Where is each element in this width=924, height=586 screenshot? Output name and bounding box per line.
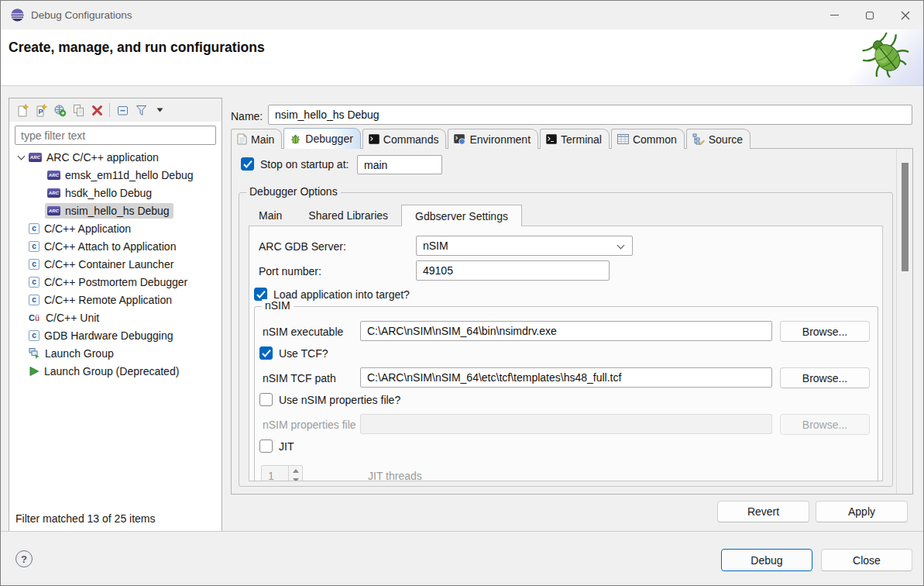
- green-play-icon: [29, 366, 40, 377]
- title-bar: Debug Configurations: [1, 1, 923, 29]
- tree-item-hsdk-debug[interactable]: ARC hsdk_hello Debug: [9, 184, 222, 202]
- tab-common[interactable]: Common: [611, 129, 685, 149]
- check-icon: [256, 290, 266, 299]
- close-icon: [901, 11, 910, 20]
- tree-item-label: Launch Group: [45, 347, 114, 360]
- tree-item-cpp-application[interactable]: c C/C++ Application: [9, 219, 222, 237]
- tab-debugger[interactable]: Debugger: [283, 128, 361, 149]
- nsim-executable-input[interactable]: [360, 321, 772, 341]
- stop-on-startup-input[interactable]: [357, 155, 442, 174]
- expander-chevron-icon[interactable]: [15, 156, 26, 159]
- tree-item-cpp-remote[interactable]: c C/C++ Remote Application: [9, 291, 222, 309]
- close-dialog-button[interactable]: Close: [821, 549, 912, 571]
- gdb-server-combo[interactable]: nSIM: [416, 236, 633, 256]
- chevron-down-icon: [617, 242, 625, 250]
- tree-item-cpp-unit[interactable]: Cü C/C++ Unit: [9, 309, 222, 326]
- apply-button[interactable]: Apply: [816, 501, 908, 522]
- export-configurations-button[interactable]: [50, 101, 69, 119]
- nsim-group: nSIM nSIM executable Browse... Use TCF? …: [254, 306, 878, 481]
- banner-art: [849, 29, 923, 85]
- arrow-down-icon: [293, 478, 299, 481]
- tab-label: Commands: [383, 133, 439, 146]
- tree-item-launch-group-deprecated[interactable]: Launch Group (Deprecated): [9, 362, 222, 380]
- subtab-label: Shared Libraries: [308, 209, 388, 222]
- nsim-tcf-path-input[interactable]: [360, 367, 772, 388]
- minimize-icon: [830, 15, 839, 16]
- nsim-tcf-path-label: nSIM TCF path: [263, 372, 336, 384]
- spinner-down-button[interactable]: [289, 476, 302, 482]
- jit-threads-spinner[interactable]: 1: [261, 465, 303, 481]
- tab-environment[interactable]: Environment: [448, 129, 538, 149]
- maximize-button[interactable]: [852, 1, 888, 29]
- tree-item-cpp-attach[interactable]: c C/C++ Attach to Application: [9, 237, 222, 255]
- new-prototype-button[interactable]: P: [32, 101, 50, 119]
- subtab-gdbserver-settings[interactable]: Gdbserver Settings: [401, 205, 522, 226]
- tab-source[interactable]: Source: [686, 129, 751, 149]
- c-app-icon: c: [29, 241, 40, 252]
- tab-label: Debugger: [305, 133, 353, 145]
- help-icon: ?: [21, 553, 27, 565]
- stop-on-startup-checkbox[interactable]: [241, 157, 254, 171]
- tab-terminal[interactable]: Terminal: [540, 129, 610, 149]
- port-number-input[interactable]: [416, 260, 610, 281]
- tree-item-launch-group[interactable]: Launch Group: [9, 344, 222, 362]
- tree-item-label: C/C++ Application: [44, 222, 131, 235]
- globe-arrow-icon: [53, 104, 67, 117]
- tab-main[interactable]: Main: [231, 129, 282, 149]
- name-input[interactable]: [268, 105, 912, 125]
- use-tcf-label: Use TCF?: [279, 347, 328, 360]
- tab-label: Main: [251, 133, 274, 146]
- red-x-icon: [91, 105, 103, 116]
- filter-button[interactable]: [132, 101, 150, 119]
- stop-on-startup-row: Stop on startup at:: [241, 157, 349, 171]
- gdbserver-settings-panel: ARC GDB Server: nSIM Port number: Load a…: [249, 226, 883, 481]
- check-icon: [261, 349, 272, 358]
- browse-tcf-path-button[interactable]: Browse...: [780, 367, 870, 388]
- arc-badge-icon: ARC: [47, 206, 60, 215]
- configurations-toolbar: P: [9, 98, 222, 122]
- help-button[interactable]: ?: [15, 550, 33, 567]
- tree-item-emsk-debug[interactable]: ARC emsk_em11d_hello Debug: [9, 166, 222, 184]
- duplicate-configuration-button[interactable]: [69, 101, 88, 119]
- c-app-icon: c: [29, 330, 40, 341]
- close-button[interactable]: [888, 1, 923, 29]
- tab-label: Common: [633, 133, 677, 146]
- gdb-server-label: ARC GDB Server:: [259, 240, 346, 253]
- vertical-scrollbar[interactable]: [896, 149, 912, 494]
- tree-item-label: nsim_hello_hs Debug: [65, 205, 170, 217]
- use-properties-label: Use nSIM properties file?: [279, 394, 400, 406]
- debug-button[interactable]: Debug: [721, 549, 812, 571]
- tree-item-cpp-postmortem[interactable]: c C/C++ Postmortem Debugger: [9, 273, 222, 291]
- console-icon: [369, 134, 380, 144]
- tree-item-nsim-debug[interactable]: ARC nsim_hello_hs Debug: [9, 202, 222, 219]
- tree-item-label: ARC C/C++ application: [46, 151, 159, 164]
- use-properties-checkbox[interactable]: [259, 393, 273, 406]
- jit-checkbox[interactable]: [259, 440, 273, 453]
- spinner-up-button[interactable]: [289, 466, 302, 476]
- scrollbar-thumb[interactable]: [902, 163, 909, 271]
- tree-item-arc-application[interactable]: ARC ARC C/C++ application: [9, 148, 222, 166]
- tab-label: Source: [709, 133, 743, 146]
- revert-button[interactable]: Revert: [717, 501, 809, 522]
- use-tcf-checkbox[interactable]: [259, 346, 273, 360]
- tree-item-gdb-hardware[interactable]: c GDB Hardware Debugging: [9, 326, 222, 344]
- tab-commands[interactable]: Commands: [362, 129, 447, 149]
- debugger-tab-content: Stop on startup at: Debugger Options Mai…: [231, 148, 913, 495]
- debugger-options-group: Debugger Options Main Shared Libraries G…: [239, 192, 893, 487]
- subtab-shared-libraries[interactable]: Shared Libraries: [295, 205, 401, 226]
- subtab-main[interactable]: Main: [246, 205, 295, 226]
- toolbar-menu-button[interactable]: [150, 101, 169, 119]
- nsim-executable-label: nSIM executable: [263, 326, 343, 338]
- arc-badge-icon: ARC: [47, 171, 60, 180]
- collapse-all-button[interactable]: [113, 101, 132, 119]
- tree-item-label: C/C++ Attach to Application: [44, 240, 176, 253]
- tree-item-cpp-container[interactable]: c C/C++ Container Launcher: [9, 255, 222, 273]
- browse-nsim-executable-button[interactable]: Browse...: [780, 321, 870, 342]
- new-configuration-button[interactable]: [13, 101, 32, 119]
- launch-group-icon: [29, 347, 40, 359]
- tree-item-label: emsk_em11d_hello Debug: [65, 169, 194, 181]
- delete-configuration-button[interactable]: [88, 101, 106, 119]
- filter-input[interactable]: [15, 126, 216, 145]
- tree-item-label: C/C++ Remote Application: [44, 294, 172, 306]
- minimize-button[interactable]: [816, 1, 852, 29]
